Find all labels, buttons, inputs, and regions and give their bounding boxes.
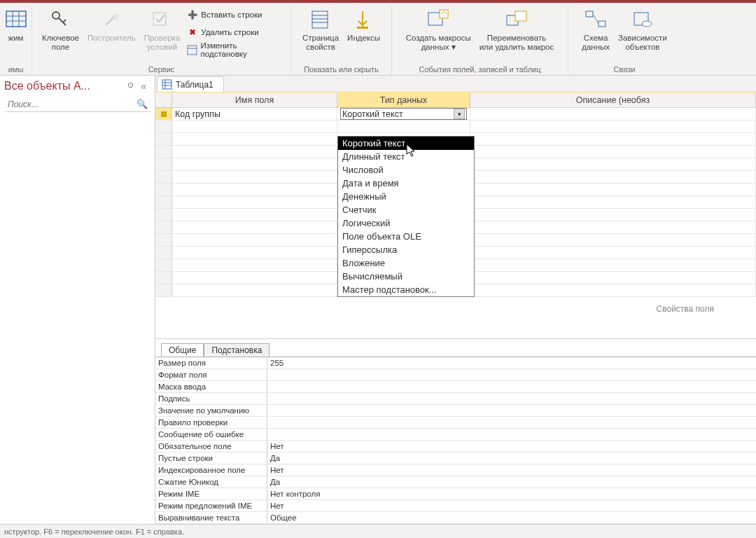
field-name-cell[interactable] (172, 259, 337, 272)
row-selector[interactable] (155, 272, 172, 284)
prop-value[interactable] (267, 393, 756, 405)
type-option[interactable]: Мастер подстановок... (338, 283, 474, 296)
row-selector[interactable] (155, 259, 172, 272)
field-name-cell[interactable] (172, 146, 337, 158)
type-option[interactable]: Логический (338, 216, 474, 230)
row-selector[interactable] (155, 171, 172, 184)
create-macros-button[interactable]: Создать макросы данных ▾ (402, 6, 475, 53)
description-cell[interactable] (470, 247, 756, 259)
modify-lookup-button[interactable]: Изменить подстановку (187, 42, 282, 57)
field-name-cell[interactable] (172, 247, 337, 259)
dropdown-arrow-icon[interactable]: ▾ (454, 109, 465, 119)
description-cell[interactable] (470, 133, 756, 146)
description-cell[interactable] (470, 234, 756, 247)
tab-lookup[interactable]: Подстановка (204, 343, 270, 357)
prop-value[interactable]: 255 (267, 357, 756, 369)
prop-value[interactable]: Нет (267, 464, 756, 476)
field-name-cell[interactable] (172, 221, 337, 234)
row-selector[interactable] (155, 133, 172, 146)
field-name-cell[interactable] (172, 209, 337, 221)
field-name-cell[interactable] (172, 158, 337, 171)
description-cell[interactable] (470, 108, 756, 120)
insert-rows-button[interactable]: ➕Вставить строки (187, 7, 282, 22)
description-cell[interactable] (470, 158, 756, 171)
table-tab[interactable]: Таблица1 (157, 76, 224, 92)
field-name-cell[interactable] (172, 196, 337, 209)
type-option[interactable]: Вложение (338, 256, 474, 270)
field-name-cell[interactable] (172, 120, 337, 133)
type-option[interactable]: Дата и время (338, 177, 474, 190)
view-button[interactable]: жим (0, 6, 33, 44)
search-input[interactable] (4, 97, 150, 112)
nav-pane-dropdown[interactable]: ⊙ (125, 81, 136, 92)
type-option[interactable]: Денежный (338, 190, 474, 203)
dependencies-button[interactable]: Зависимости объектов (614, 6, 671, 53)
type-option[interactable]: Длинный текст (338, 150, 474, 163)
col-header-desc[interactable]: Описание (необяз (470, 92, 756, 108)
field-name-cell[interactable] (172, 184, 337, 196)
field-name-cell[interactable] (172, 171, 337, 184)
col-header-field[interactable]: Имя поля (172, 92, 337, 108)
svg-rect-16 (357, 27, 368, 29)
prop-value[interactable]: Нет (267, 441, 756, 453)
rename-delete-macro-button[interactable]: Переименовать или удалить макрос (475, 6, 559, 53)
description-cell[interactable] (470, 120, 756, 133)
prop-value[interactable] (267, 405, 756, 417)
row-selector[interactable] (155, 196, 172, 209)
search-icon[interactable]: 🔍 (136, 99, 148, 109)
type-option[interactable]: Вычисляемый (338, 270, 474, 283)
row-selector[interactable] (155, 146, 172, 158)
description-cell[interactable] (470, 272, 756, 284)
type-option[interactable]: Гиперссылка (338, 243, 474, 256)
tab-general[interactable]: Общие (161, 343, 204, 357)
data-type-cell[interactable] (337, 120, 470, 133)
primary-key-button[interactable]: Ключевое поле (38, 6, 83, 53)
description-cell[interactable] (470, 196, 756, 209)
description-cell[interactable] (470, 171, 756, 184)
property-sheet-button[interactable]: Страница свойств (298, 6, 343, 53)
prop-value[interactable] (267, 381, 756, 393)
row-selector[interactable] (155, 221, 172, 234)
row-selector[interactable] (155, 108, 172, 120)
select-all-rows[interactable] (155, 92, 172, 108)
prop-value[interactable] (267, 429, 756, 441)
prop-value[interactable]: Да (267, 453, 756, 464)
field-name-cell[interactable] (172, 284, 337, 297)
description-cell[interactable] (470, 146, 756, 158)
data-type-cell[interactable]: Короткий текст ▾ (337, 108, 470, 120)
data-type-dropdown[interactable]: Короткий текстДлинный текстЧисловойДата … (337, 136, 475, 297)
prop-value[interactable] (267, 417, 756, 429)
type-option[interactable]: Счетчик (338, 203, 474, 216)
prop-value[interactable]: Общее (267, 512, 756, 524)
field-properties-panel: Общие Подстановка Размер поля255Формат п… (155, 338, 756, 524)
field-name-cell[interactable]: Код группы (172, 108, 337, 120)
type-option[interactable]: Поле объекта OLE (338, 230, 474, 243)
prop-value[interactable]: Да (267, 476, 756, 488)
description-cell[interactable] (470, 221, 756, 234)
row-selector[interactable] (155, 209, 172, 221)
field-name-cell[interactable] (172, 234, 337, 247)
prop-value[interactable] (267, 369, 756, 381)
type-option[interactable]: Числовой (338, 163, 474, 177)
description-cell[interactable] (470, 259, 756, 272)
data-type-combo[interactable]: Короткий текст ▾ (340, 108, 467, 120)
col-header-type[interactable]: Тип данных (337, 92, 470, 108)
prop-value[interactable]: Нет контроля (267, 488, 756, 500)
prop-value[interactable]: Нет (267, 500, 756, 512)
description-cell[interactable] (470, 284, 756, 297)
nav-pane-collapse[interactable]: « (138, 81, 149, 92)
row-selector[interactable] (155, 284, 172, 297)
description-cell[interactable] (470, 209, 756, 221)
relationships-button[interactable]: Схема данных (578, 6, 614, 53)
row-selector[interactable] (155, 120, 172, 133)
field-name-cell[interactable] (172, 272, 337, 284)
type-option[interactable]: Короткий текст (338, 137, 474, 150)
row-selector[interactable] (155, 234, 172, 247)
row-selector[interactable] (155, 184, 172, 196)
description-cell[interactable] (470, 184, 756, 196)
delete-rows-button[interactable]: ✖Удалить строки (187, 25, 282, 40)
field-name-cell[interactable] (172, 133, 337, 146)
row-selector[interactable] (155, 158, 172, 171)
row-selector[interactable] (155, 247, 172, 259)
indexes-button[interactable]: Индексы (343, 6, 384, 44)
